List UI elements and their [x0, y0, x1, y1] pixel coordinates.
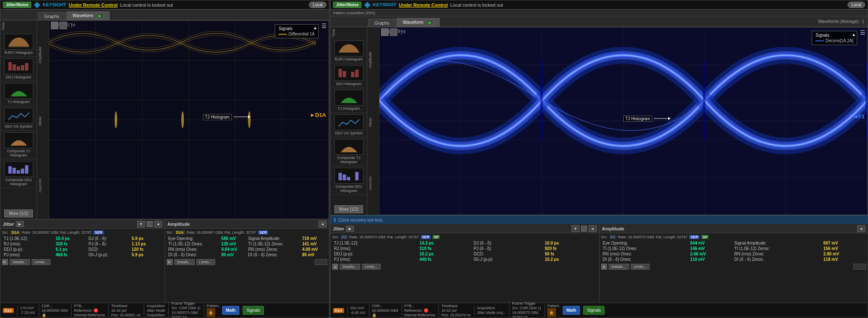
- sidebar-item-rjpj-1[interactable]: RJ/PJ Histogram: [0, 32, 37, 57]
- sidebar-label-tj-1: TJ Histogram: [8, 100, 30, 104]
- tab-graphs-2[interactable]: Graphs: [368, 19, 396, 27]
- details-btn-a2[interactable]: Details...: [609, 264, 629, 270]
- sidebar-item-cddj-2[interactable]: Composite DDJ Histogram: [331, 166, 367, 195]
- sp-badge-j2: SP: [432, 235, 440, 239]
- jsa-cre-label-2: JSA/CRE: [369, 176, 372, 190]
- limits-btn-j1[interactable]: Limits...: [32, 259, 50, 265]
- amplitude-table-2: Eye Opening: 544 mV Signal Amplitude: 69…: [601, 240, 866, 262]
- menu-icon-1[interactable]: ☰: [321, 23, 327, 29]
- local-button-1[interactable]: Local: [309, 2, 326, 8]
- table-row: DDJ (p-p): 10.2 ps DCD: 50 fs: [332, 251, 597, 257]
- amplitude-header-1: Amplitude ◄: [165, 220, 329, 228]
- panel-2-header: Jitter/Noise KEYSIGHT Under Remote Contr…: [331, 0, 868, 10]
- sidebar-label-cddj-1: Composite DDJ Histogram: [1, 178, 36, 186]
- jitter-src-line-2: Src: F1 Rate: 16.000073 GBd Pat. Length:…: [332, 235, 597, 239]
- src-d1a-badge-a1: D1A: [175, 230, 185, 235]
- jitter-noise-button-1[interactable]: Jitter/Noise: [3, 2, 31, 8]
- amp-scroll-2[interactable]: ◄: [857, 225, 865, 232]
- svg-rect-11: [21, 169, 24, 174]
- tj-histogram-marker-1: TJ Histogram: [203, 114, 250, 120]
- sidebar-item-ddj-2[interactable]: DDJ Histogram: [331, 63, 367, 88]
- status-voltage-2: 162 mV/ -4.45 mV: [347, 306, 366, 315]
- details-btn-j1[interactable]: Details...: [10, 259, 30, 265]
- limits-btn-a1[interactable]: Limits...: [196, 259, 215, 265]
- math-button-1[interactable]: Math: [222, 306, 239, 315]
- status-cdr-2: CDR... 16.000000 GBd 🔒: [369, 304, 398, 317]
- sidebar-item-ddj-1[interactable]: DDJ Histogram: [0, 57, 37, 81]
- jitter-noise-button-2[interactable]: Jitter/Noise: [333, 2, 361, 8]
- tab-play-btn-1[interactable]: ▶: [96, 13, 103, 19]
- legend-expand-1[interactable]: ▲: [313, 25, 317, 30]
- jitter-icon-1[interactable]: [147, 221, 153, 227]
- sidebar-item-cddj-1[interactable]: Composite DDJ Histogram: [0, 159, 37, 188]
- limits-btn-j2[interactable]: Limits...: [362, 264, 381, 270]
- sidebar-item-ddjs-2[interactable]: DDJ V/s Symbol: [331, 113, 367, 137]
- ser-badge-a2: SER: [689, 235, 700, 239]
- oscilloscope-1: 24.00991 ns Signals Differential 1A ▲ TJ…: [49, 20, 329, 219]
- sidebar-2: Time RJ/PJ Histogram: [331, 27, 367, 215]
- sidebar-item-tj-2[interactable]: TJ Histogram: [331, 88, 367, 113]
- more-button-2[interactable]: More (1/2): [334, 205, 363, 213]
- tab-waveform-1[interactable]: Waveform ▶: [66, 11, 110, 20]
- signals-button-1[interactable]: Signals: [243, 306, 264, 315]
- sidebar-label-ctj-2: Composite TJ Histogram: [331, 156, 366, 164]
- scroll-thumb-2[interactable]: [853, 264, 866, 270]
- ptb-dot-2: [424, 308, 428, 313]
- svg-rect-9: [13, 168, 16, 174]
- graph-wrapper-1: Amplitude Meas JSA/CRE: [37, 20, 329, 219]
- jitter-scroll-down-1[interactable]: ▼: [137, 221, 145, 227]
- sidebar-item-ctj-1[interactable]: Composite TJ Histogram: [0, 131, 37, 159]
- details-btn-a1[interactable]: Details...: [174, 259, 195, 265]
- ser-badge-j1: SER: [93, 230, 104, 235]
- math-button-2[interactable]: Math: [563, 306, 580, 315]
- jitter-src-line-1: Src: D1A Rate: 16.000067 GBd Pat. Length…: [2, 230, 163, 235]
- tab-waveform-2[interactable]: Waveform ▶: [396, 18, 440, 27]
- jitter-play-btn-2[interactable]: ▶: [346, 226, 354, 232]
- sidebar-item-ctj-2[interactable]: Composite TJ Histogram: [331, 137, 367, 166]
- f1-marker-2: ◄F1: [853, 114, 865, 120]
- jitter-play-btn-1[interactable]: ▶: [16, 221, 24, 227]
- local-button-2[interactable]: Local: [848, 2, 865, 8]
- more-graph-icon-1[interactable]: ⋮: [68, 22, 74, 29]
- thumb-icon-4[interactable]: [390, 28, 397, 36]
- jitter-scroll-up-1[interactable]: ◄: [154, 221, 162, 227]
- jitter-scroll-up-2[interactable]: ◄: [589, 225, 597, 232]
- x-icon-j1[interactable]: ✕: [2, 259, 8, 265]
- thumb-icon-1[interactable]: [51, 22, 58, 29]
- tab-graphs-1[interactable]: Graphs: [38, 12, 65, 20]
- y-axis-labels-2: Amplitude Meas JSA/CRE: [367, 27, 373, 215]
- jitter-icon-2[interactable]: [581, 226, 587, 232]
- sidebar-item-ddjs-1[interactable]: DDJ V/s Symbol: [0, 106, 37, 131]
- dia-badge-2: D1A: [333, 308, 344, 313]
- menu-icon-2[interactable]: ☰: [860, 29, 865, 36]
- jitter-btns-2: ✕ Details... Limits...: [332, 264, 597, 270]
- more-graph-icon-2[interactable]: ⋮: [399, 28, 404, 36]
- amplitude-label-2: Amplitude: [368, 52, 372, 68]
- table-row: RJ (rms): 328 fs PJ (δ - δ): 1.13 ps: [2, 241, 163, 247]
- tab-play-btn-2[interactable]: ▶: [426, 20, 434, 25]
- sidebar-item-tj-1[interactable]: TJ Histogram: [0, 81, 37, 106]
- svg-rect-37: [355, 172, 359, 180]
- scroll-thumb-1[interactable]: [315, 259, 327, 265]
- x-icon-a1[interactable]: ✕: [167, 259, 173, 265]
- more-button-1[interactable]: More (1/2): [4, 209, 33, 217]
- signals-legend-1: Signals Differential 1A ▲: [275, 24, 319, 38]
- jitter-scroll-down-2[interactable]: ▼: [572, 225, 580, 232]
- amp-scroll-1[interactable]: ◄: [319, 221, 326, 227]
- sidebar-item-rjpj-2[interactable]: RJ/PJ Histogram: [331, 39, 367, 63]
- x-icon-a2[interactable]: ✕: [601, 264, 607, 270]
- panel-1: Jitter/Noise KEYSIGHT Under Remote Contr…: [0, 0, 329, 318]
- legend-expand-2[interactable]: ▲: [852, 32, 856, 37]
- amplitude-btns-2: ✕ Details... Limits...: [601, 264, 866, 270]
- limits-btn-a2[interactable]: Limits...: [631, 264, 650, 270]
- sidebar-1: Time RJ/PJ Histogram: [0, 20, 37, 219]
- amplitude-pane-2: Src: F1 Rate: 16.000073 GBd Pat. Length:…: [600, 233, 868, 303]
- main-content-2: Time RJ/PJ Histogram: [331, 27, 868, 215]
- details-btn-j2[interactable]: Details...: [340, 264, 360, 270]
- svg-rect-30: [339, 69, 342, 77]
- thumb-icon-2[interactable]: [60, 22, 67, 29]
- thumb-icon-3[interactable]: [381, 28, 389, 36]
- signals-button-2[interactable]: Signals: [583, 306, 605, 315]
- x-icon-j2[interactable]: ✕: [332, 264, 338, 270]
- status-voltage-1: 170 mV/ -7.20 mV: [17, 306, 35, 315]
